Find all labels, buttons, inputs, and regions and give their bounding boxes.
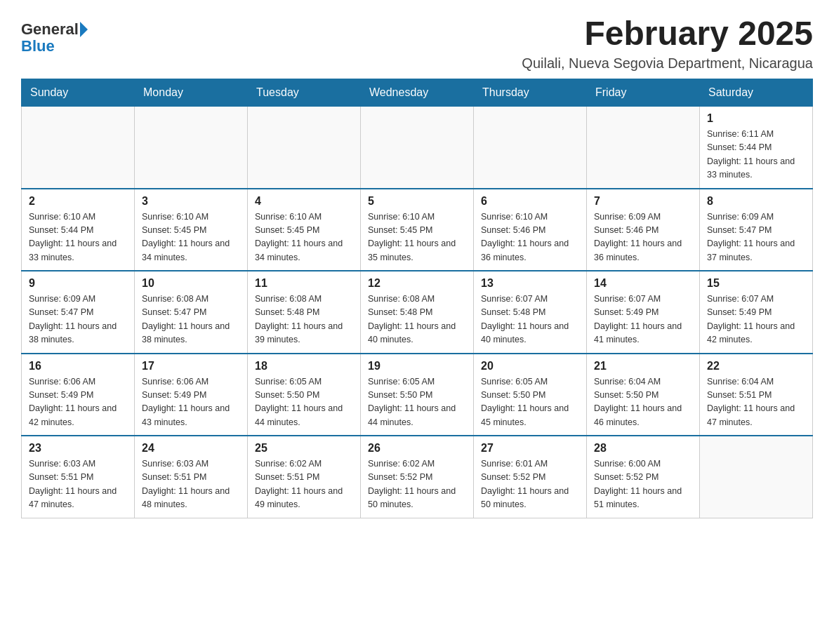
table-row: [700, 436, 813, 518]
table-row: [474, 107, 587, 189]
day-info: Sunrise: 6:07 AMSunset: 5:49 PMDaylight:…: [707, 293, 805, 347]
day-info: Sunrise: 6:02 AMSunset: 5:52 PMDaylight:…: [368, 457, 466, 512]
day-number: 28: [594, 442, 692, 455]
table-row: 20 Sunrise: 6:05 AMSunset: 5:50 PMDaylig…: [474, 354, 587, 436]
day-info: Sunrise: 6:11 AMSunset: 5:44 PMDaylight:…: [707, 128, 805, 182]
day-info: Sunrise: 6:09 AMSunset: 5:47 PMDaylight:…: [29, 293, 127, 347]
day-info: Sunrise: 6:10 AMSunset: 5:45 PMDaylight:…: [255, 210, 353, 265]
table-row: 27 Sunrise: 6:01 AMSunset: 5:52 PMDaylig…: [474, 436, 587, 518]
table-row: 10 Sunrise: 6:08 AMSunset: 5:47 PMDaylig…: [135, 271, 248, 354]
table-row: 6 Sunrise: 6:10 AMSunset: 5:46 PMDayligh…: [474, 189, 587, 271]
day-number: 25: [255, 442, 353, 455]
day-info: Sunrise: 6:05 AMSunset: 5:50 PMDaylight:…: [255, 375, 353, 430]
day-number: 22: [707, 360, 805, 373]
table-row: 14 Sunrise: 6:07 AMSunset: 5:49 PMDaylig…: [587, 271, 700, 354]
header-friday: Friday: [587, 79, 700, 107]
day-number: 10: [142, 277, 240, 290]
header-saturday: Saturday: [700, 79, 813, 107]
day-number: 27: [481, 442, 579, 455]
day-info: Sunrise: 6:10 AMSunset: 5:45 PMDaylight:…: [142, 210, 240, 265]
day-number: 17: [142, 360, 240, 373]
day-number: 3: [142, 195, 240, 208]
day-info: Sunrise: 6:05 AMSunset: 5:50 PMDaylight:…: [368, 375, 466, 430]
day-number: 5: [368, 195, 466, 208]
table-row: 16 Sunrise: 6:06 AMSunset: 5:49 PMDaylig…: [22, 354, 135, 436]
day-number: 18: [255, 360, 353, 373]
day-info: Sunrise: 6:06 AMSunset: 5:49 PMDaylight:…: [29, 375, 127, 430]
day-number: 16: [29, 360, 127, 373]
day-info: Sunrise: 6:07 AMSunset: 5:49 PMDaylight:…: [594, 293, 692, 347]
table-row: 7 Sunrise: 6:09 AMSunset: 5:46 PMDayligh…: [587, 189, 700, 271]
day-info: Sunrise: 6:10 AMSunset: 5:45 PMDaylight:…: [368, 210, 466, 265]
location-subtitle: Quilali, Nueva Segovia Department, Nicar…: [522, 55, 813, 72]
table-row: 23 Sunrise: 6:03 AMSunset: 5:51 PMDaylig…: [22, 436, 135, 518]
day-info: Sunrise: 6:08 AMSunset: 5:48 PMDaylight:…: [255, 293, 353, 347]
table-row: 15 Sunrise: 6:07 AMSunset: 5:49 PMDaylig…: [700, 271, 813, 354]
day-number: 9: [29, 277, 127, 290]
table-row: 18 Sunrise: 6:05 AMSunset: 5:50 PMDaylig…: [248, 354, 361, 436]
title-area: February 2025 Quilali, Nueva Segovia Dep…: [522, 14, 813, 72]
table-row: 1 Sunrise: 6:11 AMSunset: 5:44 PMDayligh…: [700, 107, 813, 189]
logo: General Blue: [21, 21, 88, 55]
header-sunday: Sunday: [22, 79, 135, 107]
day-info: Sunrise: 6:10 AMSunset: 5:46 PMDaylight:…: [481, 210, 579, 265]
day-number: 1: [707, 112, 805, 125]
table-row: 26 Sunrise: 6:02 AMSunset: 5:52 PMDaylig…: [361, 436, 474, 518]
calendar-week-row: 1 Sunrise: 6:11 AMSunset: 5:44 PMDayligh…: [22, 107, 813, 189]
table-row: [135, 107, 248, 189]
table-row: 17 Sunrise: 6:06 AMSunset: 5:49 PMDaylig…: [135, 354, 248, 436]
table-row: 8 Sunrise: 6:09 AMSunset: 5:47 PMDayligh…: [700, 189, 813, 271]
table-row: 3 Sunrise: 6:10 AMSunset: 5:45 PMDayligh…: [135, 189, 248, 271]
table-row: 13 Sunrise: 6:07 AMSunset: 5:48 PMDaylig…: [474, 271, 587, 354]
day-info: Sunrise: 6:03 AMSunset: 5:51 PMDaylight:…: [29, 457, 127, 512]
table-row: 12 Sunrise: 6:08 AMSunset: 5:48 PMDaylig…: [361, 271, 474, 354]
day-info: Sunrise: 6:04 AMSunset: 5:51 PMDaylight:…: [707, 375, 805, 430]
day-number: 21: [594, 360, 692, 373]
logo-general: General: [21, 21, 79, 38]
table-row: 22 Sunrise: 6:04 AMSunset: 5:51 PMDaylig…: [700, 354, 813, 436]
calendar-table: Sunday Monday Tuesday Wednesday Thursday…: [21, 79, 813, 518]
table-row: 28 Sunrise: 6:00 AMSunset: 5:52 PMDaylig…: [587, 436, 700, 518]
table-row: [22, 107, 135, 189]
day-info: Sunrise: 6:00 AMSunset: 5:52 PMDaylight:…: [594, 457, 692, 512]
day-info: Sunrise: 6:10 AMSunset: 5:44 PMDaylight:…: [29, 210, 127, 265]
day-number: 8: [707, 195, 805, 208]
month-title: February 2025: [522, 14, 813, 53]
day-number: 13: [481, 277, 579, 290]
header-tuesday: Tuesday: [248, 79, 361, 107]
day-number: 2: [29, 195, 127, 208]
table-row: 19 Sunrise: 6:05 AMSunset: 5:50 PMDaylig…: [361, 354, 474, 436]
day-info: Sunrise: 6:02 AMSunset: 5:51 PMDaylight:…: [255, 457, 353, 512]
day-info: Sunrise: 6:08 AMSunset: 5:48 PMDaylight:…: [368, 293, 466, 347]
day-info: Sunrise: 6:04 AMSunset: 5:50 PMDaylight:…: [594, 375, 692, 430]
table-row: 9 Sunrise: 6:09 AMSunset: 5:47 PMDayligh…: [22, 271, 135, 354]
header-wednesday: Wednesday: [361, 79, 474, 107]
day-info: Sunrise: 6:03 AMSunset: 5:51 PMDaylight:…: [142, 457, 240, 512]
page-header: General Blue February 2025 Quilali, Nuev…: [21, 14, 813, 72]
day-info: Sunrise: 6:05 AMSunset: 5:50 PMDaylight:…: [481, 375, 579, 430]
table-row: 24 Sunrise: 6:03 AMSunset: 5:51 PMDaylig…: [135, 436, 248, 518]
day-number: 4: [255, 195, 353, 208]
table-row: 4 Sunrise: 6:10 AMSunset: 5:45 PMDayligh…: [248, 189, 361, 271]
calendar-week-row: 9 Sunrise: 6:09 AMSunset: 5:47 PMDayligh…: [22, 271, 813, 354]
day-info: Sunrise: 6:09 AMSunset: 5:46 PMDaylight:…: [594, 210, 692, 265]
day-number: 24: [142, 442, 240, 455]
calendar-week-row: 23 Sunrise: 6:03 AMSunset: 5:51 PMDaylig…: [22, 436, 813, 518]
day-number: 26: [368, 442, 466, 455]
table-row: [361, 107, 474, 189]
day-info: Sunrise: 6:07 AMSunset: 5:48 PMDaylight:…: [481, 293, 579, 347]
day-number: 20: [481, 360, 579, 373]
header-thursday: Thursday: [474, 79, 587, 107]
day-number: 23: [29, 442, 127, 455]
day-number: 6: [481, 195, 579, 208]
calendar-week-row: 16 Sunrise: 6:06 AMSunset: 5:49 PMDaylig…: [22, 354, 813, 436]
logo-blue: Blue: [21, 38, 88, 55]
day-info: Sunrise: 6:09 AMSunset: 5:47 PMDaylight:…: [707, 210, 805, 265]
header-monday: Monday: [135, 79, 248, 107]
day-info: Sunrise: 6:08 AMSunset: 5:47 PMDaylight:…: [142, 293, 240, 347]
calendar-week-row: 2 Sunrise: 6:10 AMSunset: 5:44 PMDayligh…: [22, 189, 813, 271]
table-row: [587, 107, 700, 189]
table-row: 11 Sunrise: 6:08 AMSunset: 5:48 PMDaylig…: [248, 271, 361, 354]
day-number: 11: [255, 277, 353, 290]
day-info: Sunrise: 6:01 AMSunset: 5:52 PMDaylight:…: [481, 457, 579, 512]
